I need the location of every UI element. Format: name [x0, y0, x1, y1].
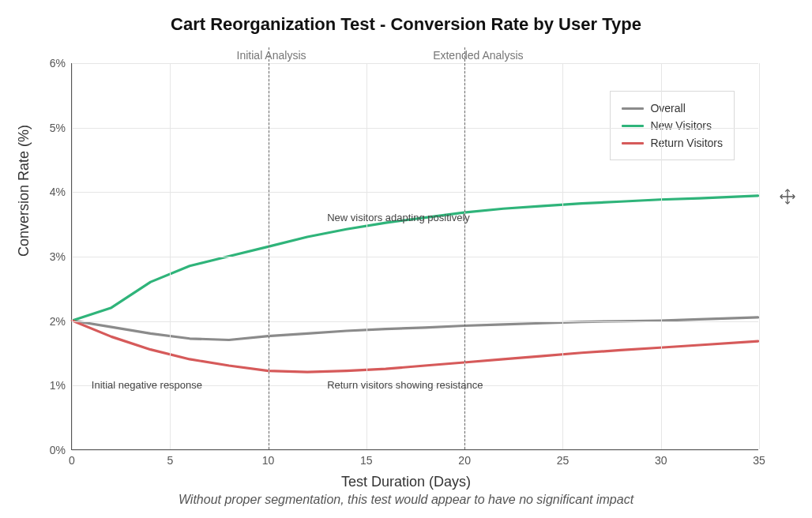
x-tick-label: 30	[655, 454, 667, 467]
y-axis-label: Conversion Rate (%)	[16, 125, 32, 257]
legend: OverallNew VisitorsReturn Visitors	[610, 91, 735, 160]
chart-title: Cart Reorganization Test - Conversion Ra…	[0, 14, 812, 35]
x-tick-label: 35	[753, 454, 765, 467]
grid-line-h	[72, 450, 758, 451]
annotation-text: Initial negative response	[92, 379, 202, 391]
reference-line	[269, 47, 269, 449]
y-tick-label: 1%	[50, 379, 66, 392]
reference-line-label: Initial Analysis	[237, 49, 306, 62]
y-tick-label: 2%	[50, 315, 66, 328]
x-tick-label: 25	[557, 454, 570, 467]
chart-container: Cart Reorganization Test - Conversion Ra…	[0, 0, 812, 518]
grid-line-h	[72, 128, 758, 129]
legend-item: New Visitors	[622, 117, 723, 134]
move-cursor-icon	[779, 188, 796, 205]
legend-swatch	[622, 107, 644, 110]
annotation-text: Return visitors showing resistance	[327, 379, 483, 391]
annotation-text: New visitors adapting positively	[327, 212, 470, 223]
x-tick-label: 15	[360, 454, 373, 467]
x-tick-label: 20	[458, 454, 471, 467]
x-axis-label: Test Duration (Days)	[0, 474, 812, 490]
legend-label: Overall	[650, 99, 685, 117]
x-tick-label: 5	[167, 454, 173, 467]
legend-item: Return Visitors	[622, 134, 723, 152]
y-tick-label: 4%	[50, 186, 66, 198]
grid-line-v	[661, 63, 662, 449]
grid-line-h	[72, 192, 758, 193]
x-tick-label: 10	[262, 454, 275, 467]
y-tick-label: 0%	[50, 444, 66, 456]
legend-item: Overall	[622, 99, 723, 117]
grid-line-h	[72, 321, 758, 322]
chart-subtitle: Without proper segmentation, this test w…	[0, 493, 812, 507]
legend-swatch	[622, 142, 644, 145]
y-tick-label: 3%	[50, 250, 66, 263]
grid-line-v	[759, 63, 760, 449]
grid-line-v	[562, 63, 563, 449]
x-tick-label: 0	[69, 454, 75, 467]
plot-area: OverallNew VisitorsReturn Visitors 0%1%2…	[71, 63, 758, 450]
grid-line-h	[72, 257, 758, 257]
reference-line-label: Extended Analysis	[433, 49, 523, 62]
grid-line-v	[72, 63, 73, 449]
grid-line-v	[367, 63, 367, 449]
grid-line-h	[72, 63, 758, 64]
grid-line-v	[170, 63, 171, 449]
y-tick-label: 6%	[50, 57, 66, 69]
legend-label: New Visitors	[650, 117, 712, 134]
legend-swatch	[622, 125, 644, 127]
y-tick-label: 5%	[50, 122, 66, 134]
